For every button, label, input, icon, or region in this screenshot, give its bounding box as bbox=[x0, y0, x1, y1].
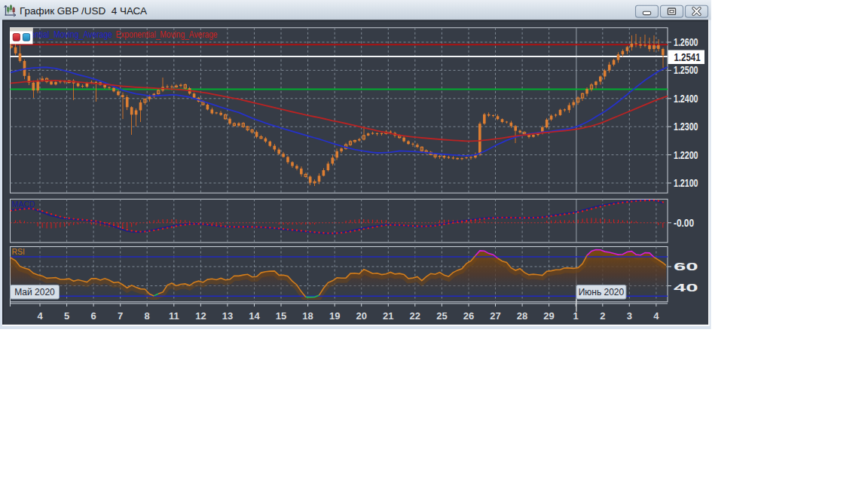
svg-text:21: 21 bbox=[383, 310, 393, 322]
svg-text:1.2600: 1.2600 bbox=[674, 36, 698, 48]
svg-text:12: 12 bbox=[195, 310, 206, 322]
svg-text:22: 22 bbox=[410, 310, 420, 322]
svg-text:1.2541: 1.2541 bbox=[674, 51, 701, 63]
svg-text:6: 6 bbox=[90, 310, 96, 322]
svg-text:2: 2 bbox=[600, 310, 605, 322]
svg-text:26: 26 bbox=[463, 310, 474, 322]
svg-text:1: 1 bbox=[573, 310, 579, 322]
svg-text:MACD: MACD bbox=[12, 200, 35, 209]
svg-text:График GBP /USD 4 ЧАСА: График GBP /USD 4 ЧАСА bbox=[20, 5, 147, 17]
svg-text:1.2500: 1.2500 bbox=[674, 64, 698, 76]
svg-text:7: 7 bbox=[118, 310, 123, 322]
svg-text:1.2400: 1.2400 bbox=[674, 93, 698, 105]
svg-text:27: 27 bbox=[490, 310, 500, 322]
svg-text:18: 18 bbox=[302, 310, 313, 322]
svg-text:4: 4 bbox=[37, 310, 43, 322]
svg-text:15: 15 bbox=[276, 310, 286, 322]
svg-text:8: 8 bbox=[145, 310, 150, 322]
svg-text:19: 19 bbox=[329, 310, 340, 322]
svg-text:Июнь 2020: Июнь 2020 bbox=[579, 287, 625, 297]
svg-text:11: 11 bbox=[169, 310, 179, 322]
svg-text:1.2100: 1.2100 bbox=[674, 177, 698, 189]
svg-text:1.2200: 1.2200 bbox=[674, 149, 698, 161]
svg-text:1.2300: 1.2300 bbox=[674, 120, 698, 133]
svg-text:RSI: RSI bbox=[12, 247, 26, 256]
svg-text:3: 3 bbox=[627, 310, 632, 322]
svg-text:-0.00: -0.00 bbox=[674, 217, 694, 229]
svg-text:13: 13 bbox=[222, 310, 233, 322]
svg-text:20: 20 bbox=[356, 310, 366, 322]
svg-text:14: 14 bbox=[249, 310, 260, 322]
svg-text:Май 2020: Май 2020 bbox=[14, 287, 55, 297]
svg-text:5: 5 bbox=[64, 310, 69, 322]
svg-text:40: 40 bbox=[674, 282, 698, 294]
svg-text:25: 25 bbox=[436, 310, 447, 322]
svg-text:29: 29 bbox=[543, 310, 554, 322]
svg-text:28: 28 bbox=[517, 310, 527, 322]
svg-text:60: 60 bbox=[674, 261, 698, 273]
svg-text:4: 4 bbox=[653, 310, 659, 322]
svg-text:Exponential_Moving_Average: Exponential_Moving_Average bbox=[116, 29, 218, 40]
